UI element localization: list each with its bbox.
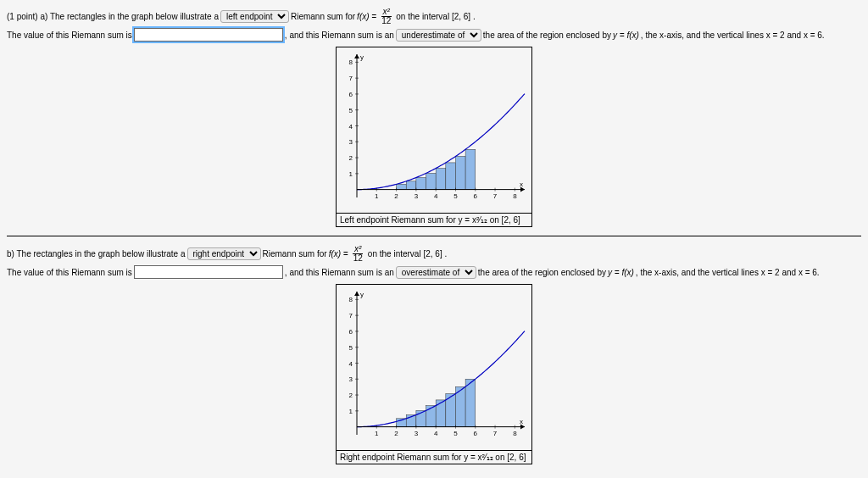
text: on the interval [2, 6] . — [368, 249, 447, 258]
svg-text:6: 6 — [349, 91, 353, 98]
svg-text:y: y — [360, 53, 364, 61]
part-a-line1: (1 point) a) The rectangles in the graph… — [7, 8, 861, 25]
svg-rect-0 — [397, 184, 407, 189]
svg-text:4: 4 — [349, 360, 353, 368]
graph-a-caption: Left endpoint Riemann sum for y = x²⁄₁₂ … — [337, 213, 531, 226]
svg-text:3: 3 — [349, 138, 353, 146]
svg-text:6: 6 — [474, 192, 478, 200]
svg-rect-4 — [436, 169, 446, 190]
text: , and this Riemann sum is an — [285, 31, 394, 40]
text: , and this Riemann sum is an — [285, 268, 394, 277]
text: , the x-axis, and the vertical lines x =… — [641, 31, 825, 40]
text: , the x-axis, and the vertical lines x =… — [636, 268, 820, 277]
estimate-select-a[interactable]: underestimate of — [396, 29, 481, 42]
svg-text:6: 6 — [474, 430, 478, 437]
svg-rect-47 — [426, 406, 437, 427]
svg-text:7: 7 — [349, 75, 353, 82]
svg-text:7: 7 — [349, 312, 353, 320]
svg-rect-51 — [465, 379, 476, 426]
svg-rect-2 — [416, 178, 426, 190]
text: on the interval [2, 6] . — [396, 12, 475, 21]
svg-text:8: 8 — [349, 58, 353, 66]
svg-text:6: 6 — [349, 328, 353, 336]
riemann-value-input-a[interactable] — [134, 28, 283, 42]
svg-text:2: 2 — [349, 154, 353, 162]
svg-text:2: 2 — [394, 430, 398, 437]
svg-text:1: 1 — [375, 192, 379, 200]
svg-text:3: 3 — [415, 192, 419, 200]
svg-rect-3 — [426, 173, 437, 189]
y-equals-fx: y = f(x) — [613, 31, 639, 40]
svg-text:8: 8 — [349, 296, 353, 303]
graph-a: xy1234567812345678 Left endpoint Riemann… — [336, 47, 532, 227]
text: (1 point) a) The rectangles in the graph… — [7, 12, 219, 21]
text: The value of this Riemann sum is — [7, 31, 132, 40]
svg-rect-5 — [446, 163, 456, 190]
svg-text:x: x — [520, 181, 523, 188]
svg-text:1: 1 — [375, 430, 379, 437]
svg-rect-48 — [436, 400, 446, 427]
denominator: 12 — [352, 254, 364, 263]
graph-b-caption: Right endpoint Riemann sum for y = x²⁄₁₂… — [337, 450, 531, 464]
denominator: 12 — [380, 17, 392, 25]
part-b-line2: The value of this Riemann sum is , and t… — [7, 265, 861, 279]
svg-text:8: 8 — [513, 192, 517, 200]
part-b-line1: b) The rectangles in the graph below ill… — [7, 245, 861, 263]
text: Riemann sum for — [263, 249, 327, 258]
divider — [7, 236, 861, 236]
fraction: x² 12 — [352, 245, 364, 263]
svg-rect-7 — [465, 149, 476, 189]
endpoint-select-a[interactable]: left endpoint — [220, 10, 289, 23]
svg-text:x: x — [520, 418, 523, 425]
svg-text:1: 1 — [349, 408, 353, 415]
svg-rect-6 — [455, 156, 465, 189]
svg-text:3: 3 — [415, 430, 419, 437]
graph-b: xy1234567812345678 Right endpoint Rieman… — [336, 284, 532, 464]
svg-text:7: 7 — [493, 192, 498, 200]
svg-text:5: 5 — [349, 107, 353, 114]
estimate-select-b[interactable]: overestimate of — [396, 266, 476, 279]
svg-text:4: 4 — [434, 192, 438, 200]
fraction: x² 12 — [380, 8, 392, 25]
svg-text:8: 8 — [513, 430, 517, 437]
svg-text:3: 3 — [349, 375, 353, 383]
riemann-value-input-b[interactable] — [134, 265, 283, 279]
text: Riemann sum for — [291, 12, 355, 21]
fx-label: f(x) = — [329, 249, 348, 258]
text: the area of the region enclosed by — [483, 31, 611, 40]
svg-text:y: y — [360, 291, 364, 298]
svg-text:5: 5 — [453, 430, 458, 437]
fx-label: f(x) = — [357, 12, 376, 21]
endpoint-select-b[interactable]: right endpoint — [187, 247, 261, 260]
svg-rect-1 — [406, 181, 416, 190]
svg-text:4: 4 — [349, 123, 353, 131]
svg-text:1: 1 — [349, 170, 353, 178]
svg-text:5: 5 — [453, 192, 458, 200]
svg-text:7: 7 — [493, 430, 498, 437]
svg-text:2: 2 — [349, 392, 353, 399]
svg-text:5: 5 — [349, 344, 353, 352]
text: the area of the region enclosed by — [478, 268, 606, 277]
text: b) The rectangles in the graph below ill… — [7, 249, 186, 258]
y-equals-fx: y = f(x) — [608, 268, 634, 277]
text: The value of this Riemann sum is — [7, 268, 132, 277]
part-a-line2: The value of this Riemann sum is , and t… — [7, 28, 861, 42]
svg-text:2: 2 — [394, 192, 398, 200]
svg-text:4: 4 — [434, 430, 438, 437]
